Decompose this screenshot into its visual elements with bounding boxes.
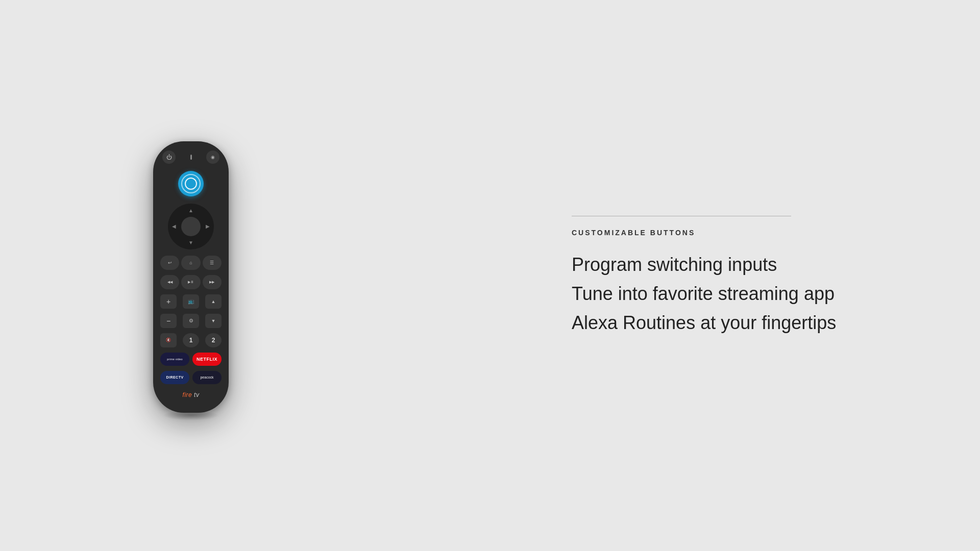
play-pause-button[interactable]: ▶⏸: [181, 275, 200, 289]
channel-down-button[interactable]: ▼: [205, 314, 222, 328]
netflix-label: NETFLIX: [197, 357, 217, 362]
fast-forward-icon: ▶▶: [209, 280, 214, 284]
nav-right-icon: ▶: [206, 223, 210, 229]
mute-num-row: 🔇 1 2: [160, 333, 222, 347]
top-row: ⏻ ◉: [160, 151, 222, 164]
firetv-logo: fire tv: [183, 391, 200, 398]
num1-button[interactable]: 1: [183, 333, 199, 347]
settings-button[interactable]: ⚙: [183, 314, 199, 328]
rewind-button[interactable]: ◀◀: [160, 275, 179, 289]
menu-icon: ☰: [210, 260, 214, 265]
headphone-button[interactable]: ◉: [206, 151, 219, 164]
media-controls-row: ◀◀ ▶⏸ ▶▶: [160, 275, 222, 289]
nav-select-button[interactable]: [181, 217, 201, 236]
back-button[interactable]: ↩: [160, 256, 179, 270]
directv-label: DIRECTV: [166, 375, 183, 379]
volume-down-icon: −: [166, 317, 170, 325]
num2-button[interactable]: 2: [205, 333, 222, 347]
home-icon: ⌂: [189, 260, 192, 265]
mute-icon: 🔇: [166, 338, 171, 342]
power-icon: ⏻: [166, 154, 172, 160]
power-button[interactable]: ⏻: [162, 151, 176, 164]
mute-gear-row: − ⚙ ▼: [160, 314, 222, 328]
peacock-label: peacock: [200, 375, 213, 379]
directv-button[interactable]: DIRECTV: [160, 371, 189, 384]
tv-icon: 📺: [188, 298, 194, 304]
volume-up-icon: +: [166, 297, 170, 306]
num2-label: 2: [212, 337, 215, 344]
play-pause-icon: ▶⏸: [188, 280, 194, 284]
peacock-button[interactable]: peacock: [192, 371, 222, 384]
headphone-icon: ◉: [211, 155, 215, 160]
fast-forward-button[interactable]: ▶▶: [203, 275, 222, 289]
remote-container: ⏻ ◉ ▲ ▼ ◀ ▶: [153, 141, 229, 420]
page-container: ⏻ ◉ ▲ ▼ ◀ ▶: [0, 0, 980, 551]
nav-ring[interactable]: ▲ ▼ ◀ ▶: [168, 204, 214, 249]
app-row-bottom: DIRECTV peacock: [160, 371, 222, 384]
gear-icon: ⚙: [189, 318, 193, 323]
channel-up-icon: ▲: [211, 299, 216, 304]
prime-video-button[interactable]: prime video: [160, 353, 189, 366]
channel-down-icon: ▼: [211, 318, 216, 323]
feature-item-3: Alexa Routines at your fingertips: [572, 311, 878, 335]
mic-indicator: [190, 155, 192, 160]
section-divider: [572, 216, 791, 216]
nav-up-icon: ▲: [188, 208, 193, 213]
prime-video-label: prime video: [167, 358, 183, 361]
netflix-button[interactable]: NETFLIX: [192, 353, 222, 366]
feature-item-1: Program switching inputs: [572, 253, 878, 277]
volume-up-button[interactable]: +: [160, 294, 177, 309]
home-button[interactable]: ⌂: [181, 256, 200, 270]
nav-control-row: ↩ ⌂ ☰: [160, 256, 222, 270]
channel-up-button[interactable]: ▲: [205, 294, 222, 309]
volume-down-button[interactable]: −: [160, 314, 177, 328]
back-icon: ↩: [168, 260, 172, 265]
num1-label: 1: [189, 337, 193, 344]
feature-item-2: Tune into favorite streaming app: [572, 282, 878, 306]
alexa-inner-ring: [185, 178, 197, 190]
menu-button[interactable]: ☰: [203, 256, 222, 270]
nav-down-icon: ▼: [188, 240, 193, 245]
app-row-top: prime video NETFLIX: [160, 353, 222, 366]
feature-list: Program switching inputs Tune into favor…: [572, 253, 878, 335]
section-label: CUSTOMIZABLE BUTTONS: [572, 229, 878, 237]
tv-input-button[interactable]: 📺: [183, 294, 199, 309]
volume-channel-row: + 📺 ▲: [160, 294, 222, 309]
alexa-button[interactable]: [178, 171, 204, 196]
fire-tv-remote: ⏻ ◉ ▲ ▼ ◀ ▶: [153, 141, 229, 413]
alexa-ring: [181, 174, 201, 193]
rewind-icon: ◀◀: [167, 280, 173, 284]
nav-left-icon: ◀: [172, 223, 176, 229]
mute-button[interactable]: 🔇: [160, 333, 177, 347]
content-panel: CUSTOMIZABLE BUTTONS Program switching i…: [531, 216, 878, 335]
